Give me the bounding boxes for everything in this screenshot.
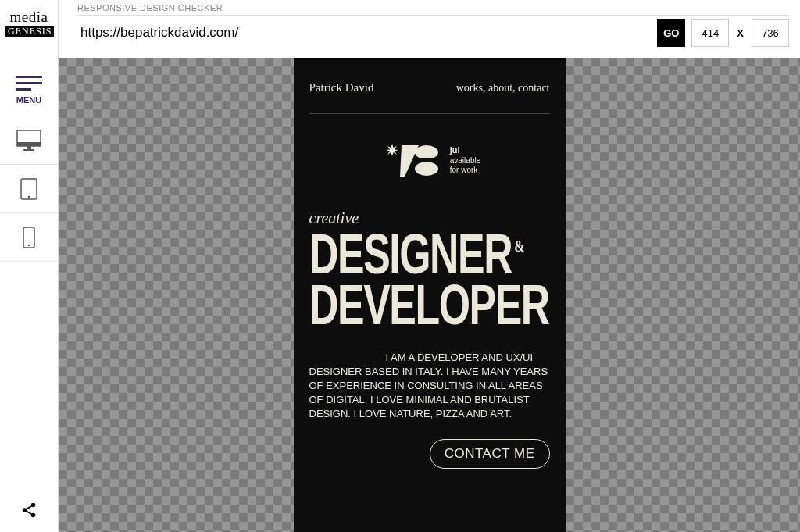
availability-line2: for work bbox=[450, 166, 478, 174]
site-brand: Patrick David bbox=[309, 81, 374, 95]
phone-icon bbox=[23, 227, 35, 248]
svg-rect-1 bbox=[17, 142, 41, 146]
go-button[interactable]: GO bbox=[657, 19, 685, 47]
svg-marker-13 bbox=[386, 144, 398, 156]
availability-icon bbox=[378, 142, 442, 178]
contact-button[interactable]: CONTACT ME bbox=[430, 439, 550, 469]
preview-stage: Patrick David works, about, contact bbox=[59, 58, 800, 532]
svg-point-7 bbox=[28, 244, 30, 245]
svg-point-8 bbox=[31, 503, 36, 508]
logo-bottom: GENESIS bbox=[5, 26, 54, 37]
share-icon bbox=[20, 502, 38, 519]
left-sidebar: media GENESIS MENU bbox=[0, 0, 59, 532]
svg-line-11 bbox=[27, 506, 31, 509]
hero-title: DESIGNER& DEVELOPER bbox=[309, 229, 483, 330]
availability-line1: available bbox=[450, 156, 480, 165]
site-header: Patrick David works, about, contact bbox=[309, 81, 550, 114]
svg-point-5 bbox=[28, 195, 30, 197]
menu-label: MENU bbox=[0, 95, 58, 105]
desktop-icon bbox=[16, 130, 41, 152]
svg-rect-3 bbox=[23, 149, 34, 151]
availability-text: jul available for work bbox=[450, 145, 480, 174]
hamburger-icon bbox=[16, 76, 42, 91]
topbar: RESPONSIVE DESIGN CHECKER GO X bbox=[59, 0, 800, 58]
svg-point-15 bbox=[415, 162, 438, 176]
height-input[interactable] bbox=[752, 19, 789, 47]
nav-link-contact[interactable]: contact bbox=[518, 82, 549, 94]
tablet-device-button[interactable] bbox=[0, 165, 58, 213]
svg-rect-2 bbox=[27, 146, 31, 149]
nav-link-works[interactable]: works, bbox=[456, 82, 486, 94]
url-input[interactable] bbox=[77, 16, 651, 50]
svg-point-14 bbox=[415, 145, 438, 159]
hero-amp: & bbox=[514, 236, 524, 255]
width-input[interactable] bbox=[691, 19, 729, 47]
svg-point-9 bbox=[23, 508, 27, 512]
availability-block: jul available for work bbox=[309, 142, 550, 178]
svg-point-10 bbox=[31, 513, 36, 518]
dimension-separator: X bbox=[735, 27, 745, 39]
phone-device-button[interactable] bbox=[0, 213, 58, 262]
site-nav: works, about, contact bbox=[456, 82, 550, 95]
device-frame[interactable]: Patrick David works, about, contact bbox=[294, 58, 566, 532]
hero-line2: DEVELOPER bbox=[309, 273, 549, 336]
desktop-device-button[interactable] bbox=[0, 116, 58, 165]
logo-top: media bbox=[5, 9, 52, 24]
svg-line-12 bbox=[27, 511, 31, 514]
share-button[interactable] bbox=[0, 488, 58, 532]
tablet-icon bbox=[20, 178, 38, 200]
app-logo: media GENESIS bbox=[5, 9, 52, 37]
availability-month: jul bbox=[450, 145, 460, 155]
nav-link-about[interactable]: about, bbox=[488, 82, 516, 94]
url-row: GO X bbox=[77, 15, 789, 50]
main-area: RESPONSIVE DESIGN CHECKER GO X Patrick D… bbox=[59, 0, 800, 532]
svg-rect-16 bbox=[415, 158, 438, 162]
menu-button[interactable]: MENU bbox=[0, 70, 58, 116]
app-title: RESPONSIVE DESIGN CHECKER bbox=[77, 3, 789, 12]
intro-paragraph: I AM A DEVELOPER AND UX/UI DESIGNER BASE… bbox=[309, 351, 550, 422]
